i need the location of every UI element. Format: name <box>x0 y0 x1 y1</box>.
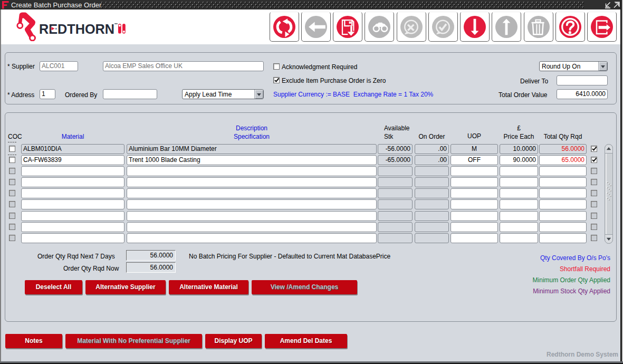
svg-text:REDTHORN: REDTHORN <box>39 21 114 37</box>
